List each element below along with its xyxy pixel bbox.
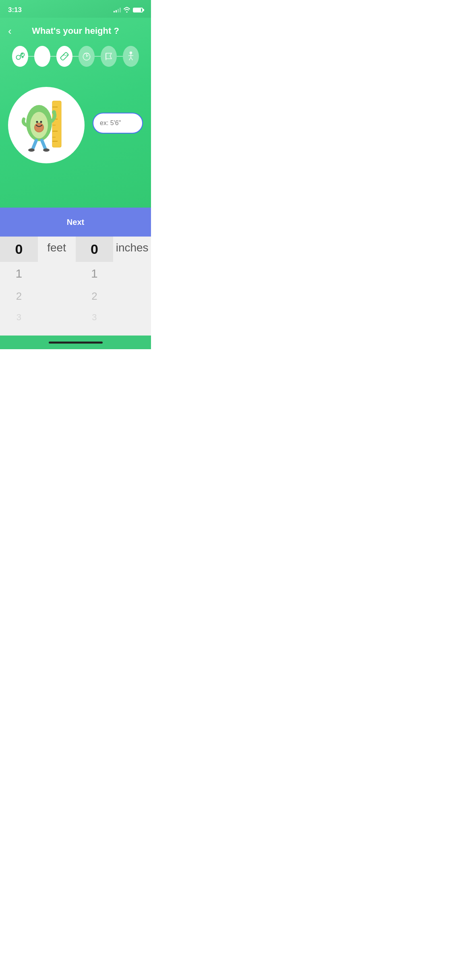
step-connector-4 bbox=[95, 56, 101, 57]
next-button[interactable]: Next bbox=[0, 208, 151, 237]
svg-point-41 bbox=[43, 148, 50, 152]
step-gender[interactable] bbox=[12, 46, 28, 67]
main-area: ‹ What's your height ? bbox=[0, 18, 151, 208]
battery-icon bbox=[133, 8, 143, 12]
feet-value-0[interactable]: 0 bbox=[0, 237, 38, 262]
step-connector-3 bbox=[72, 56, 79, 57]
status-icons bbox=[114, 7, 143, 14]
step-goal[interactable] bbox=[101, 46, 117, 67]
svg-point-20 bbox=[130, 52, 132, 54]
home-bar bbox=[49, 342, 103, 344]
signal-icon bbox=[114, 8, 121, 12]
inches-value-2[interactable]: 2 bbox=[76, 285, 114, 307]
svg-rect-25 bbox=[52, 101, 61, 147]
step-height[interactable] bbox=[56, 46, 72, 67]
inches-picker[interactable]: 0 1 2 3 bbox=[76, 237, 114, 327]
illustration-area: inches bbox=[8, 79, 143, 175]
step-connector-5 bbox=[117, 56, 123, 57]
feet-value-2[interactable]: 2 bbox=[0, 285, 38, 307]
feet-value-1[interactable]: 1 bbox=[0, 262, 38, 285]
progress-steps bbox=[8, 46, 143, 79]
svg-marker-9 bbox=[41, 52, 44, 56]
svg-point-40 bbox=[28, 148, 35, 152]
svg-line-24 bbox=[131, 58, 132, 60]
step-connector-1 bbox=[28, 56, 34, 57]
step-weight[interactable] bbox=[79, 46, 95, 67]
back-button[interactable]: ‹ bbox=[8, 25, 12, 37]
status-bar: 3:13 bbox=[0, 0, 151, 18]
avocado-illustration bbox=[8, 87, 85, 163]
green-spacer bbox=[8, 175, 143, 208]
picker-area[interactable]: 0 1 2 3 feet 0 1 2 3 inches bbox=[0, 237, 151, 336]
step-connector-2 bbox=[50, 56, 56, 57]
picker-columns: 0 1 2 3 feet 0 1 2 3 inches bbox=[0, 237, 151, 327]
height-input[interactable] bbox=[93, 119, 143, 127]
step-info[interactable] bbox=[34, 46, 50, 67]
step-activity[interactable] bbox=[123, 46, 139, 67]
status-time: 3:13 bbox=[8, 6, 22, 14]
header: ‹ What's your height ? bbox=[8, 18, 143, 46]
feet-picker[interactable]: 0 1 2 3 bbox=[0, 237, 38, 327]
inches-value-1[interactable]: 1 bbox=[76, 262, 114, 285]
svg-line-23 bbox=[129, 58, 131, 60]
svg-point-38 bbox=[40, 121, 42, 123]
wifi-icon bbox=[123, 7, 130, 14]
svg-point-39 bbox=[52, 110, 56, 114]
inches-label: inches bbox=[113, 237, 151, 254]
inches-value-3[interactable]: 3 bbox=[76, 307, 114, 327]
svg-point-37 bbox=[36, 121, 38, 123]
height-input-container[interactable]: inches bbox=[93, 113, 143, 134]
inches-value-0[interactable]: 0 bbox=[76, 237, 114, 262]
svg-rect-11 bbox=[60, 52, 68, 60]
feet-label: feet bbox=[38, 237, 76, 254]
svg-point-0 bbox=[126, 11, 128, 12]
page-title: What's your height ? bbox=[32, 26, 119, 36]
home-indicator-area bbox=[0, 336, 151, 349]
svg-marker-10 bbox=[41, 58, 44, 61]
feet-value-3[interactable]: 3 bbox=[0, 307, 38, 327]
